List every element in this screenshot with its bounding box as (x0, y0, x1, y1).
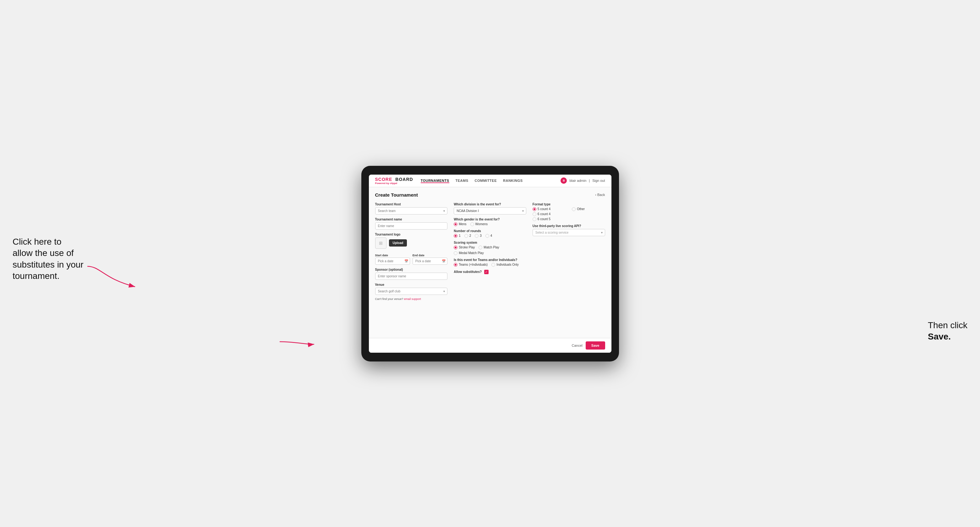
tournament-name-input[interactable] (375, 222, 448, 230)
scoring-api-select[interactable]: Select a scoring service (533, 229, 605, 236)
venue-note: Can't find your venue? email support (375, 297, 448, 300)
logo-upload-area: ⊞ Upload (375, 237, 448, 249)
end-date-label: End date (412, 254, 425, 257)
stroke-play-radio[interactable] (454, 246, 458, 249)
rounds-3[interactable]: 3 (475, 234, 482, 238)
tournament-logo-group: Tournament logo ⊞ Upload (375, 233, 448, 249)
page-header: Create Tournament ‹ Back (375, 192, 605, 198)
save-button[interactable]: Save (585, 341, 605, 349)
email-support-link[interactable]: email support (404, 297, 421, 300)
nav-avatar: B (560, 178, 567, 184)
nav-link-teams[interactable]: TEAMS (456, 178, 468, 183)
sponsor-input[interactable] (375, 273, 448, 280)
format-6count5-radio[interactable] (533, 217, 536, 221)
format-6count5[interactable]: 6 count 5 (533, 217, 566, 221)
event-teams[interactable]: Teams (+Individuals) (454, 263, 488, 267)
gender-mens[interactable]: Mens (454, 222, 466, 226)
tournament-host-wrapper (375, 207, 448, 214)
nav-username: blair admin (570, 179, 586, 183)
event-type-label: Is this event for Teams and/or Individua… (454, 258, 526, 262)
gender-label: Which gender is the event for? (454, 217, 526, 221)
date-group: Start date 📅 End date (375, 252, 448, 265)
tournament-name-group: Tournament name (375, 217, 448, 230)
division-group: Which division is the event for? NCAA Di… (454, 203, 526, 214)
logo-area: SCORESCOREBOARDBOARD Powered by clippd (375, 177, 413, 185)
tournament-host-group: Tournament Host (375, 203, 448, 214)
scoring-system-radio-group: Stroke Play Match Play Medal Match Play (454, 246, 526, 255)
division-wrapper: NCAA Division I (454, 207, 526, 214)
cancel-button[interactable]: Cancel (572, 344, 582, 348)
format-other[interactable]: Other (572, 207, 605, 211)
rounds-4[interactable]: 4 (485, 234, 492, 238)
event-type-radio-group: Teams (+Individuals) Individuals Only (454, 263, 526, 267)
rounds-label: Number of rounds (454, 229, 526, 233)
form-col-2: Which division is the event for? NCAA Di… (454, 203, 526, 300)
format-5count4-radio[interactable] (533, 207, 536, 211)
sponsor-group: Sponsor (optional) (375, 268, 448, 280)
allow-substitutes-group: Allow substitutes? ✓ (454, 270, 526, 274)
rounds-4-radio[interactable] (485, 234, 489, 238)
teams-radio[interactable] (454, 263, 458, 267)
form-col-1: Tournament Host Tournament name Tourname… (375, 203, 448, 300)
rounds-radio-group: 1 2 3 (454, 234, 526, 238)
end-date-wrapper: 📅 (412, 257, 447, 265)
back-link[interactable]: ‹ Back (595, 193, 605, 197)
division-select[interactable]: NCAA Division I (454, 207, 526, 214)
form-col-3: Format type 5 count 4 Other (533, 203, 605, 300)
scoring-match-play[interactable]: Match Play (479, 246, 499, 249)
rounds-1-radio[interactable] (454, 234, 458, 238)
start-date-wrapper: 📅 (375, 257, 410, 265)
format-other-radio[interactable] (572, 207, 576, 211)
venue-input[interactable] (375, 288, 448, 295)
venue-group: Venue Can't find your venue? email suppo… (375, 283, 448, 300)
start-date-group: Start date 📅 (375, 252, 410, 265)
format-6count4-radio[interactable] (533, 212, 536, 216)
rounds-3-radio[interactable] (475, 234, 479, 238)
gender-mens-radio[interactable] (454, 222, 458, 226)
format-5count4[interactable]: 5 count 4 (533, 207, 566, 211)
rounds-2-radio[interactable] (465, 234, 468, 238)
form-grid: Tournament Host Tournament name Tourname… (375, 203, 605, 300)
gender-radio-group: Mens Womens (454, 222, 526, 226)
format-options: 5 count 4 Other 6 count 4 (533, 207, 605, 221)
start-date-label: Start date (375, 254, 388, 257)
logo-powered: Powered by clippd (375, 182, 413, 185)
format-type-label: Format type (533, 203, 605, 206)
scoring-system-label: Scoring system (454, 241, 526, 244)
tablet-screen: SCORESCOREBOARDBOARD Powered by clippd T… (369, 175, 611, 353)
allow-substitutes-checkbox[interactable]: ✓ (484, 270, 488, 274)
logo-score: SCORE (375, 177, 393, 182)
nav-link-committee[interactable]: COMMITTEE (475, 178, 497, 183)
gender-womens[interactable]: Womens (470, 222, 488, 226)
rounds-1[interactable]: 1 (454, 234, 461, 238)
rounds-2[interactable]: 2 (465, 234, 471, 238)
annotation-left: Click here to allow the use of substitut… (13, 236, 84, 282)
scoring-api-label: Use third-party live scoring API? (533, 224, 605, 228)
nav-bar: SCORESCOREBOARDBOARD Powered by clippd T… (369, 175, 611, 187)
tournament-host-input[interactable] (375, 207, 448, 214)
format-6count4[interactable]: 6 count 4 (533, 212, 566, 216)
format-type-group: Format type 5 count 4 Other (533, 203, 605, 221)
scoring-medal-match-play[interactable]: Medal Match Play (454, 251, 484, 255)
allow-substitutes-label: Allow substitutes? (454, 270, 482, 273)
venue-wrapper (375, 288, 448, 295)
event-individuals[interactable]: Individuals Only (492, 263, 519, 267)
sponsor-label: Sponsor (optional) (375, 268, 448, 271)
individuals-radio[interactable] (492, 263, 495, 267)
form-footer: Cancel Save (369, 338, 611, 353)
scoring-stroke-play[interactable]: Stroke Play (454, 246, 475, 249)
nav-right: B blair admin | Sign out (560, 178, 605, 184)
rounds-group: Number of rounds 1 2 (454, 229, 526, 238)
date-row: Start date 📅 End date (375, 252, 448, 265)
sign-out-link[interactable]: Sign out (592, 179, 605, 183)
nav-link-rankings[interactable]: RANKINGS (503, 178, 523, 183)
upload-button[interactable]: Upload (389, 239, 407, 246)
venue-label: Venue (375, 283, 448, 286)
gender-womens-radio[interactable] (470, 222, 474, 226)
division-label: Which division is the event for? (454, 203, 526, 206)
match-play-radio[interactable] (479, 246, 482, 249)
event-type-group: Is this event for Teams and/or Individua… (454, 258, 526, 267)
nav-link-tournaments[interactable]: TOURNAMENTS (421, 178, 449, 183)
medal-match-play-radio[interactable] (454, 251, 458, 255)
tournament-host-label: Tournament Host (375, 203, 448, 206)
